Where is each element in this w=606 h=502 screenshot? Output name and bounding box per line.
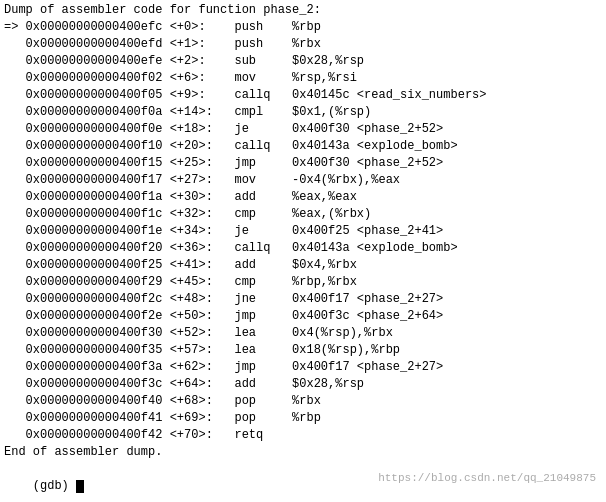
asm-line: 0x00000000000400f2c <+48>: jne 0x400f17 … bbox=[4, 291, 602, 308]
asm-line: 0x00000000000400f1a <+30>: add %eax,%eax bbox=[4, 189, 602, 206]
footer-line: End of assembler dump. bbox=[4, 444, 602, 461]
asm-line: 0x00000000000400efd <+1>: push %rbx bbox=[4, 36, 602, 53]
asm-line: => 0x00000000000400efc <+0>: push %rbp bbox=[4, 19, 602, 36]
title-line: Dump of assembler code for function phas… bbox=[4, 2, 602, 19]
asm-line: 0x00000000000400f41 <+69>: pop %rbp bbox=[4, 410, 602, 427]
asm-line: 0x00000000000400f3a <+62>: jmp 0x400f17 … bbox=[4, 359, 602, 376]
asm-line: 0x00000000000400f30 <+52>: lea 0x4(%rsp)… bbox=[4, 325, 602, 342]
asm-line: 0x00000000000400f3c <+64>: add $0x28,%rs… bbox=[4, 376, 602, 393]
terminal-window: Dump of assembler code for function phas… bbox=[0, 0, 606, 502]
asm-line: 0x00000000000400f42 <+70>: retq bbox=[4, 427, 602, 444]
cursor bbox=[76, 480, 84, 493]
asm-line: 0x00000000000400f15 <+25>: jmp 0x400f30 … bbox=[4, 155, 602, 172]
asm-line: 0x00000000000400f2e <+50>: jmp 0x400f3c … bbox=[4, 308, 602, 325]
asm-line: 0x00000000000400f0a <+14>: cmpl $0x1,(%r… bbox=[4, 104, 602, 121]
asm-line: 0x00000000000400f35 <+57>: lea 0x18(%rsp… bbox=[4, 342, 602, 359]
prompt-text: (gdb) bbox=[33, 479, 76, 493]
asm-line: 0x00000000000400f1e <+34>: je 0x400f25 <… bbox=[4, 223, 602, 240]
asm-line: 0x00000000000400f20 <+36>: callq 0x40143… bbox=[4, 240, 602, 257]
watermark: https://blog.csdn.net/qq_21049875 bbox=[378, 472, 596, 484]
asm-line: 0x00000000000400f1c <+32>: cmp %eax,(%rb… bbox=[4, 206, 602, 223]
asm-line: 0x00000000000400f10 <+20>: callq 0x40143… bbox=[4, 138, 602, 155]
asm-line: 0x00000000000400efe <+2>: sub $0x28,%rsp bbox=[4, 53, 602, 70]
asm-line: 0x00000000000400f02 <+6>: mov %rsp,%rsi bbox=[4, 70, 602, 87]
asm-line: 0x00000000000400f25 <+41>: add $0x4,%rbx bbox=[4, 257, 602, 274]
asm-line: 0x00000000000400f40 <+68>: pop %rbx bbox=[4, 393, 602, 410]
asm-line: 0x00000000000400f0e <+18>: je 0x400f30 <… bbox=[4, 121, 602, 138]
code-block: => 0x00000000000400efc <+0>: push %rbp 0… bbox=[4, 19, 602, 444]
asm-line: 0x00000000000400f17 <+27>: mov -0x4(%rbx… bbox=[4, 172, 602, 189]
asm-line: 0x00000000000400f29 <+45>: cmp %rbp,%rbx bbox=[4, 274, 602, 291]
asm-line: 0x00000000000400f05 <+9>: callq 0x40145c… bbox=[4, 87, 602, 104]
